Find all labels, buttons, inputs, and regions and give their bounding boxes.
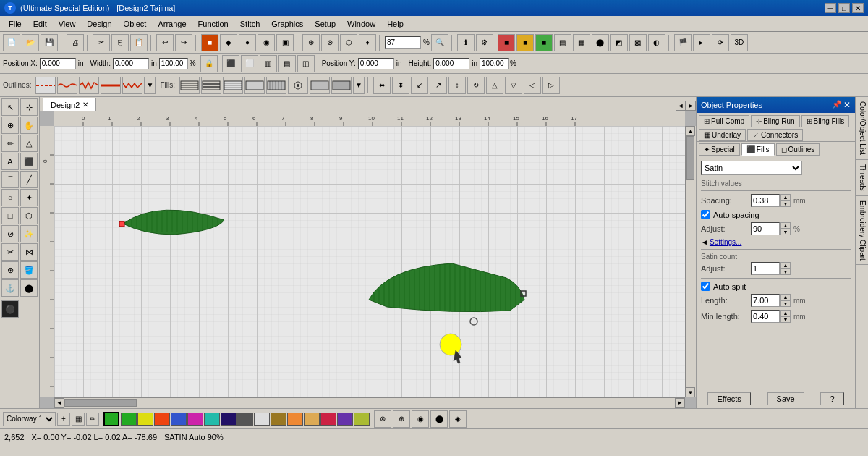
auto-spacing-checkbox[interactable] [701,210,710,219]
align2[interactable]: ⬜ [241,55,258,72]
open-btn[interactable]: 📂 [22,34,39,51]
tab-outlines[interactable]: ◻ Outlines [776,143,820,156]
tb-extra3[interactable]: ■ [535,34,553,51]
canvas-nav-left[interactable]: ◄ [676,101,686,111]
wand-tool[interactable]: ⋈ [20,243,38,261]
print-btn[interactable]: 🖨 [67,34,84,51]
pen-tool[interactable]: ✏ [1,135,19,152]
fill7[interactable] [310,77,330,94]
zoom-btn[interactable]: 🔍 [431,34,448,51]
outline4[interactable] [101,77,121,94]
rect-tool[interactable]: □ [1,207,19,224]
menu-arrange[interactable]: Arrange [152,18,192,30]
length-input[interactable]: 7.00 [751,294,780,307]
align3[interactable]: ▥ [260,55,277,72]
effects-button[interactable]: Effects [707,392,750,405]
poly-tool[interactable]: ⬡ [20,207,38,224]
tab-special[interactable]: ✦ Special [699,143,740,156]
curve-tool[interactable]: ⌒ [1,171,19,188]
outline-dropdown[interactable]: ▼ [144,77,156,94]
extra-tool[interactable]: ⬤ [20,279,38,297]
outline2[interactable] [57,77,77,94]
tool5-btn[interactable]: ▣ [276,34,294,51]
min-length-up[interactable]: ▲ [780,310,791,316]
swatch-12[interactable] [304,413,320,426]
canvas-content[interactable]: 0 1 2 3 4 5 6 7 [40,111,696,408]
auto-split-checkbox[interactable] [701,282,710,291]
select-tool[interactable]: ↖ [1,98,19,116]
help-button[interactable]: ? [820,392,843,405]
magic-tool[interactable]: ✨ [20,225,38,242]
stitch9[interactable]: ◁ [524,77,541,94]
spray-tool[interactable]: ⊛ [1,261,19,279]
swatch-4[interactable] [171,413,187,426]
undo-btn[interactable]: ↩ [156,34,174,51]
fill3[interactable] [223,77,243,94]
tb-extra6[interactable]: ⬤ [592,34,609,51]
swatch-14[interactable] [337,413,353,426]
posx-input[interactable]: 0.000 [40,58,76,69]
tb-extra2[interactable]: ■ [516,34,534,51]
height-pct[interactable] [480,58,509,69]
stitch1[interactable]: ⬌ [373,77,391,94]
tool3-btn[interactable]: ● [239,34,256,51]
tool6-btn[interactable]: ⊕ [302,34,320,51]
menu-setup[interactable]: Setup [309,18,341,30]
align4[interactable]: ▤ [278,55,296,72]
width-input[interactable]: 0.000 [113,58,149,69]
canvas-tab-design2[interactable]: Design2 ✕ [43,98,96,111]
length-up[interactable]: ▲ [780,294,791,300]
fill-dropdown[interactable]: ▼ [353,77,365,94]
lock-btn[interactable]: 🔒 [200,55,218,72]
menu-object[interactable]: Object [118,18,153,30]
eraser-tool[interactable]: ⊘ [1,225,19,242]
stitch-btn4[interactable]: ⬤ [430,410,448,428]
stitch2[interactable]: ⬍ [392,77,409,94]
fill6[interactable] [288,77,308,94]
menu-window[interactable]: Window [341,18,381,30]
horizontal-scrollbar[interactable]: ◄ ► [54,397,685,408]
minimize-btn[interactable]: ─ [825,3,836,13]
swatch-11[interactable] [287,413,303,426]
stitch-btn3[interactable]: ◉ [412,410,429,428]
fill8[interactable] [331,77,352,94]
fill1[interactable] [179,77,200,94]
height-input[interactable]: 0.000 [433,58,469,69]
info-btn[interactable]: ℹ [457,34,475,51]
obj-props-pin[interactable]: 📌 [832,100,842,110]
satin-count-up[interactable]: ▲ [780,262,791,269]
tab-fills[interactable]: ⬛ Fills [741,143,775,156]
adjust-up[interactable]: ▲ [780,222,791,229]
fill-tool[interactable]: ⬛ [20,153,38,170]
save-btn[interactable]: 💾 [41,34,58,51]
tb-extra1[interactable]: ■ [498,34,515,51]
color-swatch-active[interactable] [103,412,119,426]
stitch5[interactable]: ↕ [448,77,466,94]
bottom-tool1[interactable]: ⚫ [1,300,19,318]
align1[interactable]: ⬛ [222,55,239,72]
outline1[interactable] [35,77,56,94]
adjust-down[interactable]: ▼ [780,229,791,235]
adjust-input[interactable]: 90 [751,222,780,235]
tb-extra7[interactable]: ◩ [610,34,628,51]
tool1-btn[interactable]: ■ [201,34,218,51]
save-props-button[interactable]: Save [767,392,804,405]
swatch-6[interactable] [204,413,220,426]
swatch-3[interactable] [154,413,170,426]
line-tool[interactable]: ╱ [20,171,38,188]
tab-close-icon[interactable]: ✕ [82,101,88,109]
color-object-list-tab[interactable]: Color/Object List [856,97,868,160]
length-down[interactable]: ▼ [780,300,791,307]
min-length-input[interactable]: 0.40 [751,310,780,323]
colorway-edit[interactable]: ✏ [86,413,99,426]
stitch7[interactable]: △ [486,77,503,94]
swatch-1[interactable] [121,413,137,426]
swatch-13[interactable] [320,413,336,426]
menu-file[interactable]: File [3,18,27,30]
tb-extra9[interactable]: ◐ [648,34,665,51]
tb-flag[interactable]: 🏴 [674,34,692,51]
swatch-7[interactable] [221,413,237,426]
settings2-btn[interactable]: ⚙ [476,34,493,51]
stitch-btn2[interactable]: ⊕ [393,410,410,428]
anchor-tool[interactable]: ⚓ [1,279,19,297]
